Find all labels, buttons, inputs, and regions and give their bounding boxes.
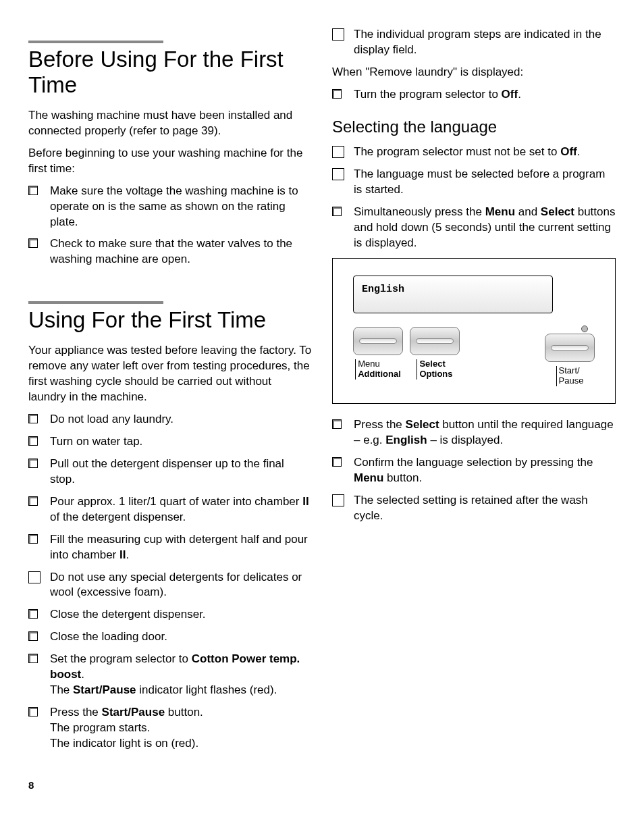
list-item: Pour approx. 1 liter/1 quart of water in… [28, 494, 312, 525]
note: The language must be selected before a p… [332, 167, 616, 198]
list-item: Fill the measuring cup with detergent ha… [28, 532, 312, 563]
select-button [410, 327, 460, 355]
heading-before-using: Before Using For the First Time [28, 47, 312, 98]
list-item: Press the Start/Pause button. The progra… [28, 705, 312, 752]
list-item: Simultaneously press the Menu and Select… [332, 205, 616, 251]
list-item: Close the detergent dispenser. [28, 607, 312, 623]
select-button-group: SelectOptions [410, 327, 460, 380]
list-item: Close the loading door. [28, 629, 312, 645]
note: Do not use any special detergents for de… [28, 570, 312, 601]
list-item: Turn on water tap. [28, 434, 312, 450]
list-item: Set the program selector to Cotton Power… [28, 652, 312, 698]
section-rule [28, 301, 163, 304]
list-item: Confirm the language selection by pressi… [332, 455, 616, 486]
list-item: Check to make sure that the water valves… [28, 236, 312, 267]
start-pause-button-group: Start/Pause [545, 327, 595, 386]
paragraph: When "Remove laundry" is displayed: [332, 65, 616, 80]
page-number: 8 [28, 779, 616, 792]
start-pause-button [545, 334, 595, 362]
list-item: Turn the program selector to Off. [332, 87, 616, 103]
list-item: Pull out the detergent dispenser up to t… [28, 457, 312, 488]
indicator-led [581, 325, 588, 332]
list-item: Do not load any laundry. [28, 412, 312, 427]
paragraph: Your appliance was tested before leaving… [28, 343, 312, 405]
control-panel-diagram: English MenuAdditional SelectOptions Sta… [332, 258, 616, 404]
note: The selected setting is retained after t… [332, 493, 616, 524]
list-item: Make sure the voltage the washing machin… [28, 184, 312, 230]
section-rule [28, 41, 163, 43]
note: The program selector must not be set to … [332, 145, 616, 160]
menu-button [353, 327, 403, 355]
paragraph: The washing machine must have been insta… [28, 108, 312, 139]
note: The individual program steps are indicat… [332, 27, 616, 58]
lcd-display: English [353, 276, 553, 313]
list-item: Press the Select button until the requir… [332, 417, 616, 448]
heading-using-first-time: Using For the First Time [28, 307, 312, 333]
menu-button-group: MenuAdditional [353, 327, 403, 380]
paragraph: Before beginning to use your washing mac… [28, 146, 312, 177]
heading-selecting-language: Selecting the language [332, 116, 616, 138]
